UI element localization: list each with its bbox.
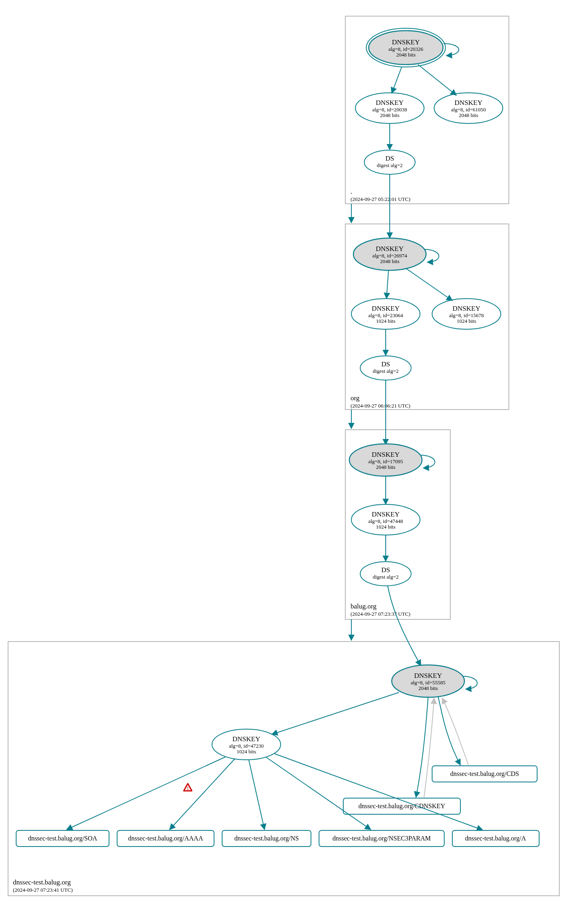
- svg-text:dnssec-test.balug.org/NS: dnssec-test.balug.org/NS: [234, 835, 299, 842]
- node-org-zsk[interactable]: DNSKEY alg=8, id=23064 1024 bits: [351, 299, 420, 329]
- svg-text:dnssec-test.balug.org/AAAA: dnssec-test.balug.org/AAAA: [128, 835, 203, 842]
- rrset-ns[interactable]: dnssec-test.balug.org/NS: [222, 830, 311, 847]
- svg-text:dnssec-test.balug.org/CDNSKEY: dnssec-test.balug.org/CDNSKEY: [359, 803, 445, 810]
- svg-text:dnssec-test.balug.org/NSEC3PAR: dnssec-test.balug.org/NSEC3PARAM: [332, 835, 431, 842]
- svg-text:2048 bits: 2048 bits: [380, 112, 399, 118]
- svg-text:dnssec-test.balug.org/CDS: dnssec-test.balug.org/CDS: [450, 770, 519, 778]
- svg-text:alg=8, id=47230: alg=8, id=47230: [229, 743, 264, 749]
- edge-rootksk-zsk2: [418, 65, 456, 95]
- svg-text:DS: DS: [385, 155, 394, 162]
- edge-zsk-a: [275, 754, 483, 830]
- zone-balug-name: balug.org: [351, 602, 377, 610]
- svg-text:alg=8, id=47448: alg=8, id=47448: [368, 518, 403, 524]
- edge-orgksk-zsk2: [406, 268, 452, 301]
- svg-text:alg=8, id=20326: alg=8, id=20326: [388, 46, 424, 52]
- svg-text:alg=8, id=61050: alg=8, id=61050: [451, 107, 486, 113]
- svg-text:DNSKEY: DNSKEY: [392, 38, 420, 46]
- node-root-ksk[interactable]: DNSKEY alg=8, id=20326 2048 bits: [366, 28, 445, 67]
- rrset-cds[interactable]: dnssec-test.balug.org/CDS: [432, 766, 537, 782]
- svg-text:1024 bits: 1024 bits: [376, 318, 395, 324]
- node-root-zsk[interactable]: DNSKEY alg=8, id=20038 2048 bits: [355, 93, 424, 123]
- node-leaf-ksk[interactable]: DNSKEY alg=8, id=55585 2048 bits: [392, 665, 464, 697]
- svg-text:2048 bits: 2048 bits: [418, 685, 438, 691]
- svg-text:digest alg=2: digest alg=2: [377, 162, 403, 168]
- node-leaf-zsk[interactable]: DNSKEY alg=8, id=47230 1024 bits: [212, 729, 281, 760]
- svg-text:DNSKEY: DNSKEY: [376, 245, 404, 253]
- svg-text:alg=8, id=23064: alg=8, id=23064: [368, 312, 403, 318]
- edge-root-ksk-self: [443, 44, 459, 56]
- zone-org-ts: (2024-09-27 06:06:21 UTC): [351, 403, 410, 409]
- svg-text:2048 bits: 2048 bits: [396, 52, 416, 58]
- edge-ksk-cds: [438, 697, 460, 765]
- edge-cdnskey-ksk: [424, 698, 434, 797]
- svg-text:DNSKEY: DNSKEY: [453, 305, 481, 312]
- zone-balug-ts: (2024-09-27 07:23:37 UTC): [351, 611, 410, 617]
- svg-text:DNSKEY: DNSKEY: [233, 735, 260, 743]
- node-balug-ds[interactable]: DS digest alg=2: [360, 562, 411, 586]
- zone-root-name: .: [351, 188, 352, 195]
- node-org-ksk[interactable]: DNSKEY alg=8, id=26974 2048 bits: [353, 238, 426, 270]
- edge-orgksk-zsk: [386, 270, 388, 299]
- svg-text:alg=8, id=15678: alg=8, id=15678: [449, 312, 484, 318]
- svg-text:DNSKEY: DNSKEY: [372, 451, 400, 458]
- zone-leaf-name: dnssec-test.balug.org: [13, 878, 71, 886]
- edge-zsk-nsec3param: [266, 757, 371, 830]
- edge-rootksk-zsk: [392, 67, 402, 93]
- edge-leafksk-zsk: [272, 692, 399, 734]
- svg-text:DS: DS: [381, 360, 390, 368]
- svg-text:DS: DS: [381, 566, 390, 574]
- svg-text:2048 bits: 2048 bits: [459, 112, 478, 118]
- svg-text:dnssec-test.balug.org/A: dnssec-test.balug.org/A: [465, 835, 526, 842]
- node-balug-zsk[interactable]: DNSKEY alg=8, id=47448 1024 bits: [351, 504, 420, 535]
- node-balug-ksk[interactable]: DNSKEY alg=8, id=17095 2048 bits: [349, 444, 422, 476]
- zone-org-name: org: [351, 394, 360, 402]
- svg-text:1024 bits: 1024 bits: [237, 748, 256, 755]
- svg-text:alg=8, id=17095: alg=8, id=17095: [368, 458, 403, 464]
- svg-text:2048 bits: 2048 bits: [376, 464, 395, 470]
- rrset-soa[interactable]: dnssec-test.balug.org/SOA: [16, 830, 109, 847]
- rrset-nsec3param[interactable]: dnssec-test.balug.org/NSEC3PARAM: [319, 830, 444, 847]
- svg-text:!: !: [187, 786, 189, 791]
- edge-zsk-ns: [249, 760, 265, 830]
- svg-text:digest alg=2: digest alg=2: [373, 368, 399, 374]
- edge-zsk-aaaa: [170, 759, 235, 830]
- svg-text:1024 bits: 1024 bits: [457, 318, 476, 324]
- svg-text:DNSKEY: DNSKEY: [455, 99, 483, 107]
- edge-balugds-leafksk: [388, 586, 421, 666]
- rrset-aaaa[interactable]: dnssec-test.balug.org/AAAA: [117, 830, 214, 847]
- svg-text:alg=8, id=55585: alg=8, id=55585: [411, 679, 445, 686]
- node-org-zsk2[interactable]: DNSKEY alg=8, id=15678 1024 bits: [432, 299, 501, 329]
- node-org-ds[interactable]: DS digest alg=2: [360, 356, 411, 380]
- node-root-ds[interactable]: DS digest alg=2: [364, 150, 415, 174]
- svg-text:2048 bits: 2048 bits: [380, 258, 399, 264]
- zone-root-ts: (2024-09-27 05:22:01 UTC): [351, 196, 410, 202]
- edge-zsk-soa: [67, 757, 225, 830]
- warning-icon: !: [184, 784, 192, 791]
- rrset-a[interactable]: dnssec-test.balug.org/A: [452, 830, 539, 847]
- svg-text:DNSKEY: DNSKEY: [372, 305, 400, 312]
- svg-text:alg=8, id=26974: alg=8, id=26974: [372, 253, 407, 259]
- svg-text:digest alg=2: digest alg=2: [373, 574, 399, 580]
- zone-leaf-ts: (2024-09-27 07:23:41 UTC): [13, 887, 73, 893]
- svg-text:alg=8, id=20038: alg=8, id=20038: [372, 107, 407, 113]
- svg-text:dnssec-test.balug.org/SOA: dnssec-test.balug.org/SOA: [28, 835, 97, 842]
- node-root-zsk2[interactable]: DNSKEY alg=8, id=61050 2048 bits: [434, 93, 503, 123]
- svg-text:DNSKEY: DNSKEY: [372, 510, 400, 518]
- svg-text:DNSKEY: DNSKEY: [414, 672, 442, 679]
- svg-text:1024 bits: 1024 bits: [376, 524, 395, 530]
- svg-text:DNSKEY: DNSKEY: [376, 99, 404, 107]
